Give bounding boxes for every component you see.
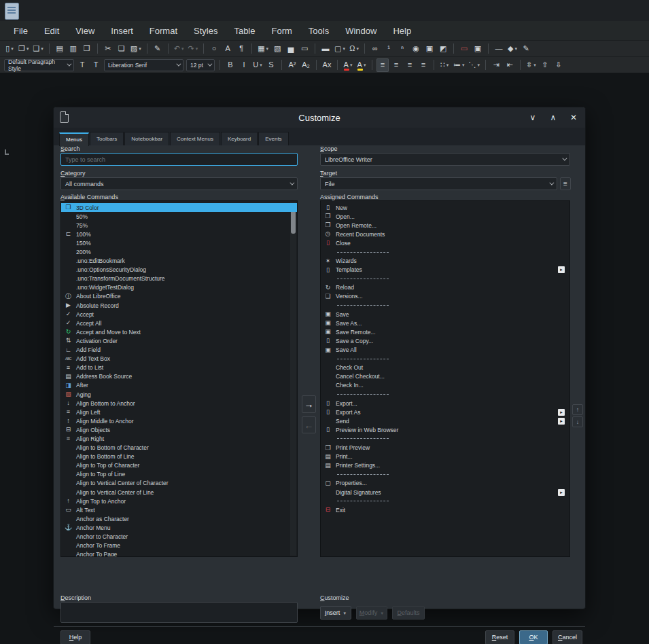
basic-shapes-button[interactable]: ◆▾: [506, 42, 519, 56]
align-center-button[interactable]: ≡: [390, 58, 402, 72]
maximize-button[interactable]: ∧: [548, 113, 558, 122]
available-command-item[interactable]: Align to Vertical Center of Character: [61, 479, 297, 488]
undo-button[interactable]: ↶▾: [173, 42, 186, 56]
decrease-indent-button[interactable]: ⇤: [504, 58, 516, 72]
assigned-command-item[interactable]: ❒Print Preview: [321, 444, 569, 452]
available-command-item[interactable]: ↻Accept and Move to Next: [61, 327, 297, 336]
menu-insert[interactable]: Insert: [103, 21, 141, 40]
available-command-item[interactable]: ⊟Align Objects: [61, 425, 297, 434]
new-document-button[interactable]: ▯▾: [3, 42, 16, 56]
insert-field-button[interactable]: ▢▾: [333, 42, 347, 56]
available-command-item[interactable]: 200%: [61, 247, 297, 256]
available-command-item[interactable]: Align to Top of Line: [61, 470, 297, 479]
assigned-command-item[interactable]: ▣Save As...: [321, 319, 569, 327]
print-button[interactable]: ▥: [67, 42, 80, 56]
reset-button[interactable]: Reset: [485, 630, 514, 644]
export-pdf-button[interactable]: ▤: [54, 42, 66, 56]
assigned-command-item[interactable]: ✶Wizards: [321, 257, 569, 266]
assigned-command-item[interactable]: ▢Properties...: [321, 479, 569, 488]
assigned-command-item[interactable]: ▣Save Remote...: [321, 327, 569, 336]
dropdown-arrow-icon[interactable]: ▾: [181, 46, 184, 52]
available-command-item[interactable]: ≡Align Right: [61, 434, 297, 443]
target-dropdown[interactable]: File: [320, 177, 557, 190]
subscript-button[interactable]: A₂: [300, 58, 312, 72]
available-command-item[interactable]: ⓘAbout LibreOffice: [61, 292, 297, 301]
assigned-command-item[interactable]: ▤Print...: [321, 452, 569, 461]
assigned-command-item[interactable]: ⊟Exit: [321, 505, 569, 514]
tab-events[interactable]: Events: [258, 132, 288, 145]
assigned-command-item[interactable]: ▯Export As▸: [321, 408, 569, 416]
modify-button[interactable]: Modify▼: [356, 606, 387, 620]
available-command-item[interactable]: ✓Accept: [61, 310, 297, 319]
assigned-command-item[interactable]: ◷Recent Documents: [321, 230, 569, 238]
dropdown-arrow-icon[interactable]: ▾: [343, 46, 346, 52]
bold-button[interactable]: B: [224, 58, 236, 72]
insert-line-button[interactable]: ―: [493, 42, 505, 56]
assigned-command-item[interactable]: ▯Close: [321, 238, 569, 247]
clone-formatting-button[interactable]: ✎: [152, 42, 164, 56]
page-break-button[interactable]: ▬: [319, 42, 332, 56]
assigned-command-item[interactable]: ▯Templates▸: [321, 266, 569, 274]
available-command-item[interactable]: Align to Top of Character: [61, 461, 297, 470]
comment-button[interactable]: ◩: [437, 42, 449, 56]
cross-reference-button[interactable]: ▣: [423, 42, 436, 56]
available-command-item[interactable]: ∟Add Field: [61, 346, 297, 355]
assigned-command-item[interactable]: ▯Save a Copy...: [321, 336, 569, 345]
available-command-item[interactable]: ▤Address Book Source: [61, 372, 297, 381]
formatting-marks-button[interactable]: ¶: [235, 42, 247, 56]
tab-notebookbar[interactable]: Notebookbar: [124, 132, 169, 145]
available-command-item[interactable]: ⇅Activation Order: [61, 336, 297, 345]
available-command-item[interactable]: Align to Bottom of Character: [61, 444, 297, 452]
assigned-command-item[interactable]: ❐Open Remote...: [321, 221, 569, 230]
italic-button[interactable]: I: [238, 58, 250, 72]
insert-text-box-button[interactable]: ▭: [298, 42, 311, 56]
freeform-line-button[interactable]: ✎: [520, 42, 532, 56]
tab-keyboard[interactable]: Keyboard: [221, 132, 258, 145]
dropdown-arrow-icon[interactable]: ▾: [41, 46, 43, 52]
insert-table-button[interactable]: ▦▾: [256, 42, 270, 56]
font-name-combo[interactable]: Liberation Serif: [104, 59, 183, 71]
dropdown-arrow-icon[interactable]: ▾: [196, 46, 198, 52]
menu-view[interactable]: View: [67, 21, 103, 40]
available-command-item[interactable]: ▧Aging: [61, 390, 297, 399]
paragraph-style-combo[interactable]: Default Paragraph Style: [4, 59, 74, 71]
available-command-item[interactable]: .uno:TransformDocumentStructure: [61, 274, 297, 283]
bookmark-button[interactable]: ◉: [410, 42, 422, 56]
help-button[interactable]: Help: [60, 630, 90, 644]
dropdown-arrow-icon[interactable]: ▾: [356, 46, 359, 52]
assigned-command-item[interactable]: ▯Preview in Web Browser: [321, 425, 569, 434]
redo-button[interactable]: ↷▾: [186, 42, 199, 56]
available-command-item[interactable]: ◨After: [61, 381, 297, 390]
increase-paragraph-spacing-button[interactable]: ⇧: [539, 58, 551, 72]
superscript-button[interactable]: A²: [286, 58, 298, 72]
dropdown-arrow-icon[interactable]: ▾: [446, 62, 449, 68]
available-command-item[interactable]: Anchor to Character: [61, 532, 297, 541]
defaults-button[interactable]: Defaults: [392, 606, 425, 620]
target-gear-menu-button[interactable]: ≡: [560, 177, 571, 190]
dropdown-arrow-icon[interactable]: ▾: [139, 46, 141, 52]
available-command-item[interactable]: 75%: [61, 221, 297, 230]
dropdown-arrow-icon[interactable]: ▾: [514, 46, 517, 52]
scope-dropdown[interactable]: LibreOffice Writer: [320, 153, 570, 166]
tab-context-menus[interactable]: Context Menus: [170, 132, 220, 145]
increase-indent-button[interactable]: ⇥: [490, 58, 502, 72]
available-command-item[interactable]: ↑Align Top to Anchor: [61, 497, 297, 505]
search-input[interactable]: [60, 153, 298, 166]
dropdown-arrow-icon[interactable]: ▾: [266, 46, 269, 52]
assigned-command-item[interactable]: Cancel Checkout...: [321, 372, 569, 381]
dropdown-arrow-icon[interactable]: ▾: [11, 46, 14, 52]
dialog-titlebar[interactable]: Customize ∨ ∧ ✕: [54, 107, 585, 128]
shade-button[interactable]: ∨: [528, 113, 538, 122]
assigned-command-item[interactable]: ▣Save All: [321, 346, 569, 355]
available-command-item[interactable]: 50%: [61, 212, 297, 221]
menu-styles[interactable]: Styles: [186, 21, 226, 40]
assigned-command-item[interactable]: Check Out: [321, 363, 569, 372]
assigned-command-item[interactable]: Check In...: [321, 381, 569, 390]
bullet-list-button[interactable]: ∷▾: [438, 58, 451, 72]
footnote-button[interactable]: ¹: [383, 42, 395, 56]
find-replace-button[interactable]: ○: [208, 42, 220, 56]
available-command-item[interactable]: ❐3D Color: [61, 203, 297, 212]
menu-table[interactable]: Table: [226, 21, 263, 40]
tab-toolbars[interactable]: Toolbars: [90, 132, 124, 145]
available-command-item[interactable]: .uno:WidgetTestDialog: [61, 283, 297, 292]
